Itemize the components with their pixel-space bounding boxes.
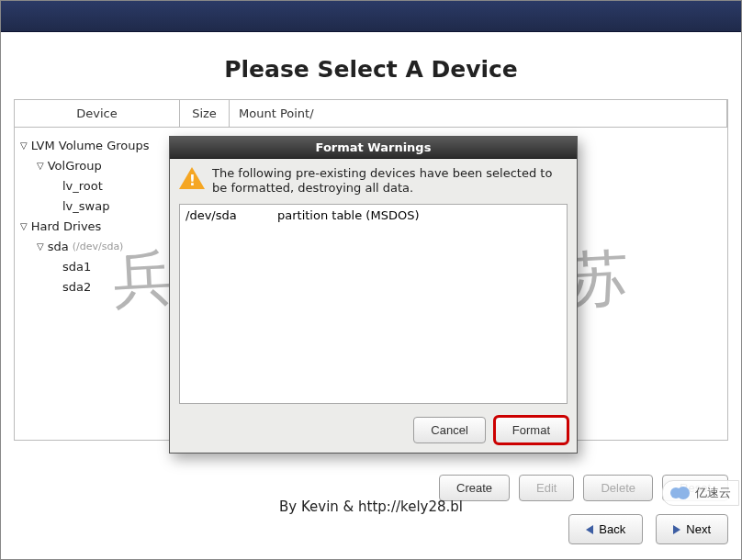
delete-button: Delete (583, 475, 653, 501)
warning-icon: ! (179, 166, 205, 192)
dialog-title: Format Warnings (170, 137, 577, 159)
tree-label: LVM Volume Groups (31, 139, 150, 152)
table-header: Device Size Mount Point/ (15, 100, 727, 128)
window-topbar (1, 1, 741, 32)
chevron-down-icon: ▽ (37, 241, 44, 252)
tree-device-path: (/dev/sda) (73, 241, 124, 252)
col-device[interactable]: Device (15, 100, 180, 127)
list-item[interactable]: /dev/sda partition table (MSDOS) (186, 208, 561, 222)
footer-credit: By Kevin & http://kely28.bl (1, 498, 741, 515)
chevron-down-icon: ▽ (20, 140, 28, 151)
tree-label: sda2 (62, 280, 91, 294)
tree-label: lv_swap (62, 199, 109, 213)
page-title: Please Select A Device (1, 32, 741, 99)
dialog-message: The following pre-existing devices have … (212, 166, 568, 196)
arrow-left-icon (586, 525, 593, 534)
col-size[interactable]: Size (180, 100, 230, 127)
next-button[interactable]: Next (656, 514, 728, 544)
badge-label: 亿速云 (695, 485, 731, 501)
tree-label: sda1 (62, 260, 91, 274)
tree-label: Hard Drives (31, 219, 102, 233)
chevron-down-icon: ▽ (37, 161, 44, 171)
tree-label: sda (48, 240, 69, 253)
device-desc: partition table (MSDOS) (277, 208, 419, 222)
col-mount[interactable]: Mount Point/ (230, 100, 727, 127)
create-button[interactable]: Create (439, 475, 510, 501)
nav-buttons: Back Next (568, 514, 728, 544)
tree-label: VolGroup (48, 159, 102, 173)
edit-button: Edit (519, 475, 574, 501)
format-button[interactable]: Format (495, 417, 568, 443)
cloud-icon (670, 487, 691, 499)
back-label: Back (599, 522, 625, 536)
chevron-down-icon: ▽ (20, 221, 28, 231)
dialog-buttons: Cancel Format (170, 411, 577, 453)
back-button[interactable]: Back (568, 514, 643, 544)
next-label: Next (686, 522, 711, 536)
watermark-badge: 亿速云 (662, 480, 739, 506)
tree-label: lv_root (62, 179, 103, 193)
arrow-right-icon (673, 525, 680, 534)
format-warnings-dialog: Format Warnings ! The following pre-exis… (169, 136, 578, 454)
device-path: /dev/sda (186, 208, 277, 222)
cancel-button[interactable]: Cancel (413, 417, 485, 443)
dialog-device-list: /dev/sda partition table (MSDOS) (179, 204, 568, 405)
